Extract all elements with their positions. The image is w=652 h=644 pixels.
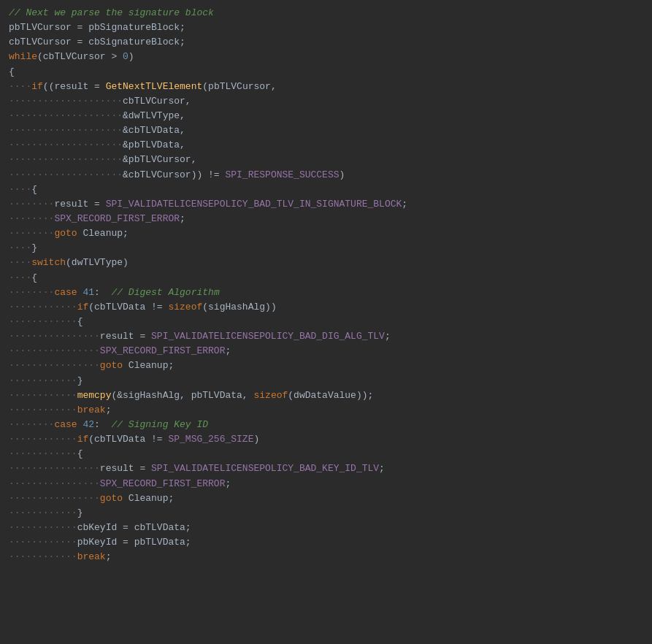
indent-dots: ············ xyxy=(9,302,77,313)
indent-dots: ········ xyxy=(9,287,54,298)
token: goto xyxy=(54,228,83,239)
indent-dots: ················ xyxy=(9,360,100,371)
token: SPI_RESPONSE_SUCCESS xyxy=(225,169,339,180)
code-line: ····{ xyxy=(0,271,652,285)
indent-dots: ···················· xyxy=(9,110,123,121)
indent-dots: ···················· xyxy=(9,139,123,150)
line-content: ········goto Cleanup; xyxy=(9,226,643,241)
line-content: ········case 41: // Digest Algorithm xyxy=(9,285,643,300)
token: cbTLVCursor = cbSignatureBlock; xyxy=(9,37,185,47)
token: (sigHashAlg)) xyxy=(202,302,276,313)
code-line: // Next we parse the signature block xyxy=(0,6,652,20)
code-line: ····if((result = GetNextTLVElement(pbTLV… xyxy=(0,80,652,94)
line-content: ········SPX_RECORD_FIRST_ERROR; xyxy=(9,212,643,226)
indent-dots: ············ xyxy=(9,448,77,459)
token: &cbTLVData, xyxy=(123,125,185,136)
token: &pbTLVCursor, xyxy=(123,154,196,165)
line-content: ····················cbTLVCursor, xyxy=(9,94,643,109)
token: SPI_VALIDATELICENSEPOLICY_BAD_KEY_ID_TLV xyxy=(151,463,379,474)
indent-dots: ············ xyxy=(9,405,77,415)
indent-dots: ················ xyxy=(9,331,100,342)
token: { xyxy=(31,272,37,283)
token: SPI_VALIDATELICENSEPOLICY_BAD_TLV_IN_SIG… xyxy=(106,199,402,210)
token: (cbTLVCursor > xyxy=(37,51,123,62)
indent-dots: ···················· xyxy=(9,96,123,107)
indent-dots: ···· xyxy=(9,242,31,253)
token: SPX_RECORD_FIRST_ERROR xyxy=(100,478,226,489)
code-line: ····················&pbTLVCursor, xyxy=(0,153,652,167)
token: goto xyxy=(100,493,129,504)
code-line: { xyxy=(0,65,652,80)
token: ) xyxy=(340,169,345,180)
code-line: ············if(cbTLVData != sizeof(sigHa… xyxy=(0,300,652,315)
code-line: ········goto Cleanup; xyxy=(0,226,652,241)
token: // Digest Algorithm xyxy=(111,287,219,298)
token: cbTLVCursor, xyxy=(123,96,191,107)
token: result = xyxy=(54,199,105,210)
token: { xyxy=(9,66,15,77)
indent-dots: ············ xyxy=(9,375,77,386)
token: } xyxy=(77,375,83,386)
token: SP_MSG_256_SIZE xyxy=(168,434,253,445)
token: (dwTLVType) xyxy=(66,257,129,268)
token: break xyxy=(77,405,106,415)
indent-dots: ············ xyxy=(9,551,77,562)
code-line: ····················&cbTLVData, xyxy=(0,123,652,138)
indent-dots: ················ xyxy=(9,493,100,504)
token: ; xyxy=(180,213,185,224)
token: ; xyxy=(106,551,112,562)
indent-dots: ············ xyxy=(9,507,77,518)
token: Cleanup; xyxy=(129,360,174,371)
token: case xyxy=(54,419,83,430)
code-line: ····} xyxy=(0,241,652,256)
line-content: ········result = SPI_VALIDATELICENSEPOLI… xyxy=(9,197,643,212)
line-content: ············pbKeyId = pbTLVData; xyxy=(9,535,643,550)
line-content: ················SPX_RECORD_FIRST_ERROR; xyxy=(9,344,643,359)
token: ; xyxy=(106,405,112,415)
code-line: ············break; xyxy=(0,550,652,564)
code-line: ················result = SPI_VALIDATELIC… xyxy=(0,329,652,344)
code-line: ················goto Cleanup; xyxy=(0,359,652,373)
token: ; xyxy=(402,199,407,210)
code-line: ············if(cbTLVData != SP_MSG_256_S… xyxy=(0,432,652,447)
line-content: ····················&cbTLVData, xyxy=(9,123,643,138)
indent-dots: ················ xyxy=(9,345,100,356)
line-content: { xyxy=(9,65,643,80)
token: &pbTLVData, xyxy=(123,139,185,150)
token: GetNextTLVElement xyxy=(106,81,203,92)
token: ) xyxy=(129,51,134,62)
indent-dots: ············ xyxy=(9,390,77,401)
code-line: ········SPX_RECORD_FIRST_ERROR; xyxy=(0,212,652,226)
token: // Next we parse the signature block xyxy=(9,7,214,18)
line-content: // Next we parse the signature block xyxy=(9,6,643,20)
line-content: ····{ xyxy=(9,271,643,285)
code-line: ················SPX_RECORD_FIRST_ERROR; xyxy=(0,344,652,359)
line-content: ············memcpy(&sigHashAlg, pbTLVDat… xyxy=(9,388,643,403)
token: } xyxy=(31,242,37,253)
token: result = xyxy=(100,331,151,342)
line-content: ············break; xyxy=(9,403,643,418)
token: while xyxy=(9,51,37,62)
code-line: ············cbKeyId = cbTLVData; xyxy=(0,521,652,535)
token: { xyxy=(31,184,37,195)
token: cbKeyId = cbTLVData; xyxy=(77,522,191,533)
token: ; xyxy=(385,331,391,342)
line-content: ····{ xyxy=(9,183,643,197)
line-content: ····} xyxy=(9,241,643,256)
line-content: ············if(cbTLVData != sizeof(sigHa… xyxy=(9,300,643,315)
line-content: ················result = SPI_VALIDATELIC… xyxy=(9,461,643,476)
line-content: ················SPX_RECORD_FIRST_ERROR; xyxy=(9,477,643,491)
indent-dots: ···· xyxy=(9,81,31,92)
token: SPX_RECORD_FIRST_ERROR xyxy=(100,345,226,356)
indent-dots: ········ xyxy=(9,419,54,430)
token: (pbTLVCursor, xyxy=(202,81,276,92)
indent-dots: ············ xyxy=(9,522,77,533)
line-content: ················goto Cleanup; xyxy=(9,359,643,373)
code-line: ············pbKeyId = pbTLVData; xyxy=(0,535,652,550)
token: goto xyxy=(100,360,129,371)
token: &cbTLVCursor)) != xyxy=(123,169,225,180)
token: case xyxy=(54,287,83,298)
code-line: pbTLVCursor = pbSignatureBlock; xyxy=(0,20,652,35)
token: SPI_VALIDATELICENSEPOLICY_BAD_DIG_ALG_TL… xyxy=(151,331,385,342)
indent-dots: ···· xyxy=(9,257,31,268)
